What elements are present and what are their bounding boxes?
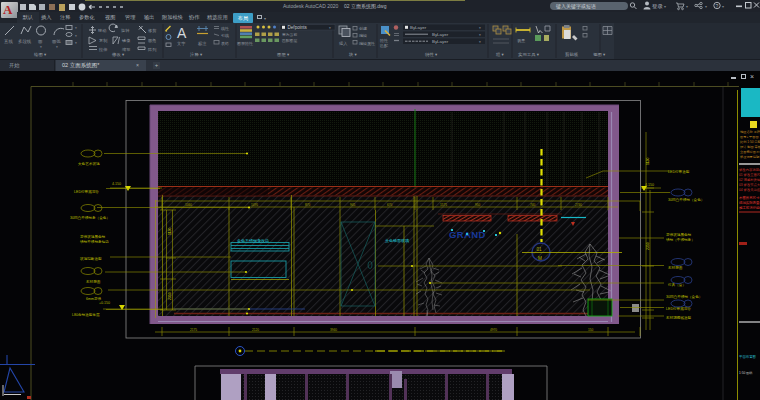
svg-text:平面布置图: 平面布置图 (739, 354, 756, 359)
svg-text:置为当前: 置为当前 (282, 32, 297, 37)
svg-text:670: 670 (387, 203, 393, 207)
svg-text:▾: ▾ (75, 41, 77, 45)
svg-text:Defpoints: Defpoints (288, 25, 308, 30)
svg-text:01 修改立面尺寸图: 01 修改立面尺寸图 (739, 172, 760, 177)
svg-text:旋转: 旋转 (121, 28, 130, 33)
svg-text:多段线: 多段线 (18, 39, 32, 44)
svg-text:测量: 测量 (517, 38, 525, 43)
svg-text:茶镜玻璃黑色钢: 茶镜玻璃黑色钢 (666, 232, 692, 237)
svg-text:▾: ▾ (479, 40, 481, 44)
svg-text:1575: 1575 (440, 203, 447, 207)
svg-text:945: 945 (350, 203, 356, 207)
svg-text:表格: 表格 (221, 41, 229, 46)
svg-text:1130: 1130 (168, 228, 172, 235)
svg-text:匹配图层: 匹配图层 (282, 39, 297, 43)
svg-text:30凹凸不锈钢（金色）: 30凹凸不锈钢（金色） (666, 294, 702, 299)
svg-text:ByLayer: ByLayer (432, 39, 449, 44)
svg-text:圆弧: 圆弧 (52, 39, 61, 44)
svg-text:▾: ▾ (75, 26, 77, 30)
svg-text:修改内容说明表一: 修改内容说明表一 (739, 167, 760, 172)
svg-text:2120: 2120 (252, 328, 259, 332)
svg-text:实用工具 ▾: 实用工具 ▾ (518, 52, 540, 57)
svg-text:修改 ▾: 修改 ▾ (112, 52, 125, 57)
svg-text:2740: 2740 (575, 203, 582, 207)
svg-text:视图 ▾: 视图 ▾ (593, 52, 606, 57)
svg-text:3940: 3940 (330, 328, 337, 332)
svg-text:圆: 圆 (38, 39, 42, 44)
svg-text:950: 950 (475, 203, 481, 207)
svg-text:夹色艺术玻璃: 夹色艺术玻璃 (78, 161, 100, 166)
svg-text:1:50 图纸: 1:50 图纸 (739, 371, 753, 375)
svg-text:创建: 创建 (358, 26, 367, 31)
svg-text:02 调整材质编号表: 02 调整材质编号表 (739, 177, 760, 182)
svg-text:04 修改天花造型图: 04 修改天花造型图 (739, 187, 760, 192)
svg-text:▾: ▾ (664, 4, 666, 9)
svg-text:编辑: 编辑 (359, 33, 367, 38)
svg-text:03 修改节点大样图: 03 修改节点大样图 (739, 182, 760, 187)
svg-text:图号+ 平面图: 图号+ 平面图 (740, 135, 759, 139)
svg-text:金色不锈钢条收边: 金色不锈钢条收边 (236, 238, 269, 243)
svg-text:▾: ▾ (686, 4, 688, 9)
svg-text:插入: 插入 (339, 41, 348, 46)
svg-text:登录: 登录 (652, 3, 663, 10)
svg-text:150: 150 (588, 328, 594, 332)
svg-text:4.150: 4.150 (112, 182, 121, 186)
svg-text:ByLayer: ByLayer (432, 32, 449, 37)
svg-text:拉伸: 拉伸 (98, 47, 107, 52)
svg-text:施工前请仔细核对: 施工前请仔细核对 (739, 206, 760, 210)
svg-text:修改记录说明表: 修改记录说明表 (740, 155, 760, 159)
svg-text:▾: ▾ (56, 45, 58, 49)
svg-text:1060: 1060 (185, 203, 192, 207)
svg-text:740: 740 (530, 203, 536, 207)
svg-text:镜像: 镜像 (121, 38, 131, 43)
svg-text:石材壁画: 石材壁画 (86, 279, 101, 284)
svg-text:▾: ▾ (75, 34, 77, 38)
svg-text:+0.150: +0.150 (99, 301, 110, 305)
svg-text:匹配: 匹配 (380, 43, 388, 48)
svg-text:1495: 1495 (251, 203, 258, 207)
svg-text:2350: 2350 (168, 292, 172, 300)
svg-text:绘图 ▾: 绘图 ▾ (34, 52, 47, 57)
svg-text:文字: 文字 (177, 41, 186, 46)
svg-text:镜钢（不锈钢条）: 镜钢（不锈钢条） (665, 237, 695, 242)
svg-text:直线: 直线 (4, 39, 13, 44)
svg-text:2350: 2350 (646, 242, 650, 250)
svg-text:设计 制图 审核: 设计 制图 审核 (740, 145, 760, 149)
svg-text:比例 1:50 日期: 比例 1:50 日期 (740, 140, 760, 144)
svg-text:图层 ▾: 图层 ▾ (277, 52, 290, 57)
svg-text:A: A (177, 25, 187, 41)
svg-text:▾: ▾ (479, 33, 481, 37)
svg-text:L80角钢造型基层: L80角钢造型基层 (72, 312, 100, 317)
svg-text:▾: ▾ (479, 26, 481, 30)
svg-text:1130: 1130 (646, 158, 650, 165)
svg-text:圆角: 圆角 (148, 38, 156, 43)
svg-text:LED灯带造型: LED灯带造型 (668, 169, 690, 174)
svg-text:阵列: 阵列 (148, 47, 156, 52)
svg-text:编辑属性: 编辑属性 (359, 41, 375, 46)
svg-text:30凹凸不锈钢（金色）: 30凹凸不锈钢（金色） (668, 197, 704, 202)
svg-text:2175: 2175 (190, 328, 197, 332)
svg-text:01: 01 (537, 247, 543, 252)
svg-text:地区名称 工程: 地区名称 工程 (739, 130, 760, 134)
svg-text:引线: 引线 (221, 33, 229, 38)
svg-text:复制: 复制 (99, 38, 107, 43)
svg-text:注释 ▾: 注释 ▾ (190, 52, 203, 57)
svg-text:线性: 线性 (221, 26, 229, 31)
svg-text:ByLayer: ByLayer (410, 25, 427, 30)
svg-text:立面索引图示意: 立面索引图示意 (740, 150, 760, 154)
svg-text:本图所有尺寸均以: 本图所有尺寸均以 (739, 196, 760, 200)
svg-text:块 ▾: 块 ▾ (348, 52, 358, 57)
svg-text:镜钢不锈钢条包边: 镜钢不锈钢条包边 (79, 239, 109, 244)
svg-text:▾: ▾ (40, 45, 42, 49)
svg-text:M: M (538, 256, 542, 261)
svg-text:茶镜玻璃黑色钢: 茶镜玻璃黑色钢 (80, 234, 106, 239)
svg-text:▾: ▾ (705, 4, 707, 9)
svg-text:现场实际测量为准: 现场实际测量为准 (739, 200, 760, 205)
svg-text:30凹凸不锈钢条（金色）: 30凹凸不锈钢条（金色） (70, 215, 110, 220)
svg-text:玻璃隔断造型: 玻璃隔断造型 (80, 256, 102, 261)
svg-text:LED灯带藏花管: LED灯带藏花管 (74, 189, 99, 194)
svg-text:移动: 移动 (98, 28, 106, 33)
svg-text:茶色镜面玻璃: 茶色镜面玻璃 (385, 238, 409, 243)
svg-text:?: ? (716, 3, 719, 9)
svg-text:▾: ▾ (329, 26, 331, 30)
